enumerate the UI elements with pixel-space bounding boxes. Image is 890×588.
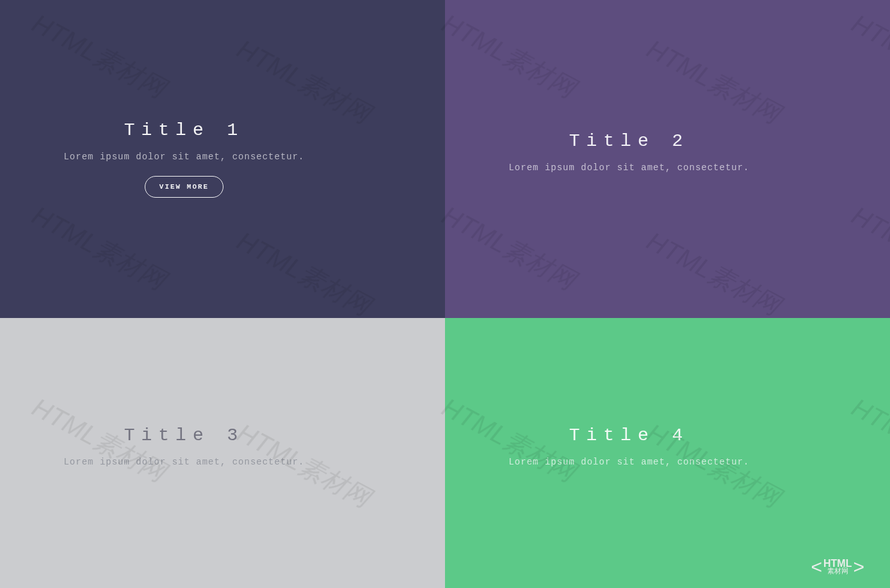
tile-4[interactable]: Title 4 Lorem ipsum dolor sit amet, cons… <box>445 318 890 588</box>
tile-3-subtitle: Lorem ipsum dolor sit amet, consectetur. <box>63 457 304 467</box>
tile-2[interactable]: Title 2 Lorem ipsum dolor sit amet, cons… <box>445 0 890 318</box>
tile-1-subtitle: Lorem ipsum dolor sit amet, consectetur. <box>63 152 304 162</box>
tile-1-content: Title 1 Lorem ipsum dolor sit amet, cons… <box>0 120 368 198</box>
tile-2-title: Title 2 <box>569 131 690 151</box>
tile-grid: Title 1 Lorem ipsum dolor sit amet, cons… <box>0 0 890 588</box>
tile-4-title: Title 4 <box>569 425 690 445</box>
view-more-button[interactable]: VIEW MORE <box>145 176 223 198</box>
tile-2-content: Title 2 Lorem ipsum dolor sit amet, cons… <box>445 131 813 187</box>
tile-3-content: Title 3 Lorem ipsum dolor sit amet, cons… <box>0 425 368 481</box>
tile-1-title: Title 1 <box>124 120 245 140</box>
tile-4-subtitle: Lorem ipsum dolor sit amet, consectetur. <box>508 457 749 467</box>
tile-4-content: Title 4 Lorem ipsum dolor sit amet, cons… <box>445 425 813 481</box>
tile-1[interactable]: Title 1 Lorem ipsum dolor sit amet, cons… <box>0 0 445 318</box>
tile-3-title: Title 3 <box>124 425 245 445</box>
tile-2-subtitle: Lorem ipsum dolor sit amet, consectetur. <box>508 163 749 173</box>
tile-3[interactable]: Title 3 Lorem ipsum dolor sit amet, cons… <box>0 318 445 588</box>
